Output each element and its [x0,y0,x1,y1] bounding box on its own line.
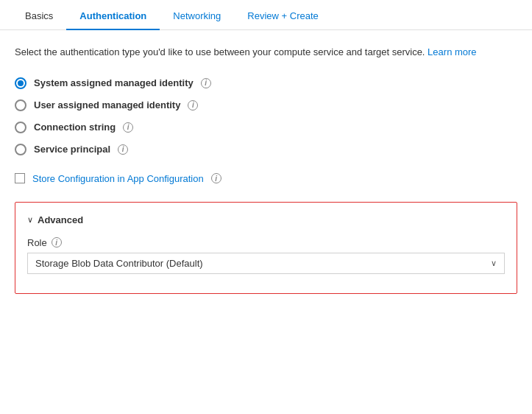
radio-system-assigned[interactable]: System assigned managed identity i [15,77,517,89]
radio-service-principal-circle[interactable] [15,144,26,155]
role-field-row: Role i Storage Blob Data Contributor (De… [27,237,505,274]
radio-connection-string-circle[interactable] [15,122,26,133]
radio-user-assigned-circle[interactable] [15,99,26,111]
auth-type-radio-group: System assigned managed identity i User … [15,77,517,155]
advanced-title: Advanced [38,214,83,225]
app-config-info-icon[interactable]: i [211,173,221,183]
tab-authentication[interactable]: Authentication [66,0,160,30]
radio-user-assigned[interactable]: User assigned managed identity i [15,99,517,111]
service-principal-info-icon[interactable]: i [118,144,128,155]
advanced-chevron-icon: ∨ [27,215,33,225]
role-field-label: Role i [27,237,505,248]
user-assigned-info-icon[interactable]: i [188,100,198,110]
learn-more-link[interactable]: Learn more [428,46,476,57]
advanced-header[interactable]: ∨ Advanced [27,214,505,225]
role-label-text: Role [27,237,47,248]
radio-system-assigned-label: System assigned managed identity [34,77,194,88]
radio-connection-string-label: Connection string [34,122,116,133]
app-config-checkbox[interactable] [15,173,25,183]
main-content: Select the authentication type you'd lik… [0,30,532,309]
description-main: Select the authentication type you'd lik… [15,46,425,57]
radio-service-principal-label: Service principal [34,144,110,155]
system-assigned-info-icon[interactable]: i [201,78,211,88]
app-config-checkbox-label: Store Configuration in App Configuration [32,173,204,184]
role-dropdown[interactable]: Storage Blob Data Contributor (Default) … [27,253,505,274]
radio-user-assigned-label: User assigned managed identity [34,99,180,110]
description-text: Select the authentication type you'd lik… [15,45,515,60]
radio-system-assigned-circle[interactable] [15,77,26,89]
tab-basics[interactable]: Basics [12,0,66,30]
tab-review-create[interactable]: Review + Create [234,0,331,30]
tab-navigation: Basics Authentication Networking Review … [0,0,532,30]
app-config-checkbox-row[interactable]: Store Configuration in App Configuration… [15,173,517,184]
dropdown-chevron-icon: ∨ [491,259,497,268]
connection-string-info-icon[interactable]: i [123,122,133,133]
tab-networking[interactable]: Networking [160,0,234,30]
advanced-section: ∨ Advanced Role i Storage Blob Data Cont… [15,202,517,294]
radio-service-principal[interactable]: Service principal i [15,144,517,155]
radio-connection-string[interactable]: Connection string i [15,122,517,133]
role-info-icon[interactable]: i [52,237,62,248]
role-dropdown-value: Storage Blob Data Contributor (Default) [35,258,203,269]
